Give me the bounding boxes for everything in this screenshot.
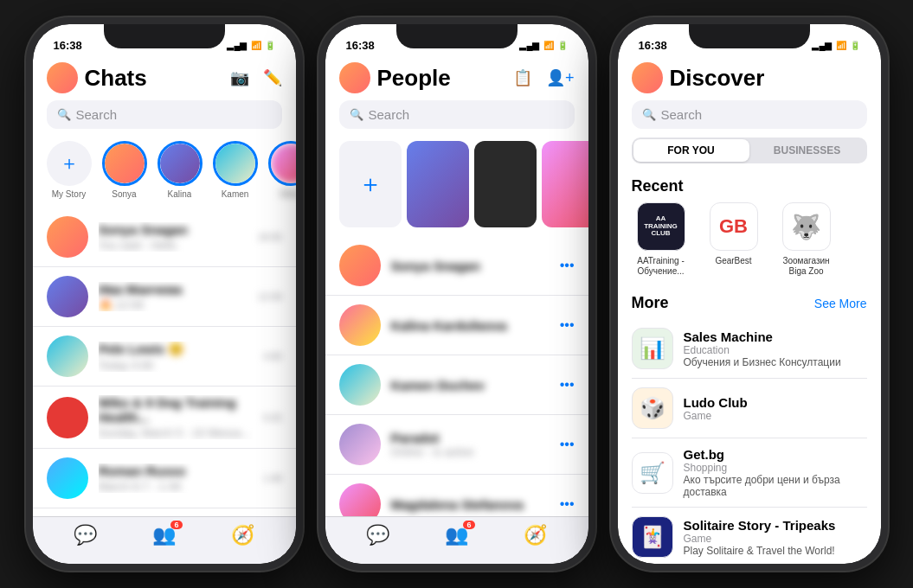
recent-item-gb[interactable]: GB GearBest: [704, 202, 763, 277]
aa-logo-text: AATRAININGCLUB: [642, 214, 679, 240]
people-action-5[interactable]: •••: [560, 496, 575, 512]
chat-item-6[interactable]: Liberty Live School Making Tag... 7:51: [33, 508, 296, 516]
status-bar-1: 16:38 ▂▄▆ 📶 🔋: [33, 24, 296, 59]
recent-item-zoo[interactable]: 🐺 Зоомагазин Biga Zoo: [777, 202, 836, 277]
chat-tab-icon: 💬: [74, 524, 97, 546]
chat-time-1: 18:05: [258, 232, 282, 242]
people-item-5[interactable]: Magdalena Stefanova •••: [325, 475, 588, 516]
people-story-2[interactable]: [474, 141, 537, 227]
add-person-icon[interactable]: 👤+: [546, 68, 575, 87]
chat-name-1: Sonya Snagan: [99, 222, 248, 237]
chat-item-3[interactable]: Pele Lewis 😊 Today 4:00 4:00: [33, 327, 296, 387]
chat-info-4: Wiko & 9 Dog Training Health... Sunday, …: [99, 395, 254, 439]
people-item-2[interactable]: Kalina Karduliкova •••: [325, 296, 588, 355]
story-item-2[interactable]: Kalina: [158, 141, 203, 199]
chat-info-1: Sonya Snagan You said - Hello: [99, 222, 248, 252]
more-section-header: More See More: [618, 291, 881, 319]
chat-preview-5: March 6-7 - 1:49: [99, 480, 254, 493]
more-cat-ludo: Game: [684, 410, 867, 422]
more-name-sol: Solitaire Story - Tripeaks: [684, 518, 867, 533]
add-people-story[interactable]: ＋: [339, 141, 402, 227]
contacts-icon[interactable]: 📋: [513, 68, 532, 87]
tab-businesses[interactable]: BUSINESSES: [749, 139, 865, 162]
recent-name-aa: AATraining - Обучение...: [632, 256, 691, 277]
more-logo-ludo: 🎲: [632, 387, 673, 429]
chats-search-bar[interactable]: 🔍 Search: [47, 100, 282, 129]
more-section: 📊 Sales Machine Education Обучения и Биз…: [618, 319, 881, 564]
people-item-1[interactable]: Sonya Snagan •••: [325, 236, 588, 296]
see-more-button[interactable]: See More: [814, 297, 867, 310]
story-avatar-4: [268, 141, 296, 186]
people-info-3: Kamen Duchev: [391, 378, 550, 393]
chat-item-4[interactable]: Wiko & 9 Dog Training Health... Sunday, …: [33, 387, 296, 449]
add-story-item[interactable]: ＋ My Story: [47, 141, 92, 199]
tab-people-1[interactable]: 👥 6: [152, 524, 176, 546]
tab-chats-1[interactable]: 💬: [74, 524, 97, 546]
chat-preview-3: Today 4:00: [99, 359, 254, 372]
tab-chats-2[interactable]: 💬: [366, 524, 389, 546]
phone-discover: 16:38 ▂▄▆ 📶 🔋 Discover 🔍 Search FOR YOU: [611, 17, 888, 571]
compose-icon[interactable]: ✏️: [263, 68, 282, 87]
chat-preview-1: You said - Hello: [99, 239, 248, 252]
story-item-3[interactable]: Kamen: [213, 141, 258, 199]
user-avatar-1[interactable]: [47, 62, 78, 93]
chat-item-1[interactable]: Sonya Snagan You said - Hello 18:05: [33, 208, 296, 267]
people-item-4[interactable]: Paradot Online - is active •••: [325, 415, 588, 475]
recent-row: AATRAININGCLUB AATraining - Обучение... …: [618, 202, 881, 291]
user-avatar-3[interactable]: [632, 62, 663, 93]
discover-tab-icon-2: 🧭: [524, 524, 547, 546]
people-avatar-5: [339, 483, 381, 516]
status-bar-2: 16:38 ▂▄▆ 📶 🔋: [325, 24, 588, 59]
more-item-get[interactable]: 🛒 Get.bg Shopping Ако търсите добри цени…: [632, 438, 867, 508]
more-item-sol[interactable]: 🃏 Solitaire Story - Tripeaks Game Play S…: [632, 508, 867, 564]
people-item-3[interactable]: Kamen Duchev •••: [325, 355, 588, 415]
more-info-get: Get.bg Shopping Ако търсите добри цени и…: [684, 447, 867, 498]
chat-meta-4: 9:25: [263, 412, 281, 423]
more-cat-sm: Education: [684, 344, 867, 356]
more-item-ludo[interactable]: 🎲 Ludo Club Game: [632, 379, 867, 438]
people-action-1[interactable]: •••: [560, 258, 575, 273]
more-info-sm: Sales Machine Education Обучения и Бизне…: [684, 329, 867, 368]
tab-discover-1[interactable]: 🧭: [231, 524, 254, 546]
chat-item-5[interactable]: Roman Russo March 6-7 - 1:49 1:49: [33, 449, 296, 508]
search-placeholder-1: Search: [76, 107, 118, 122]
discover-search-bar[interactable]: 🔍 Search: [632, 100, 867, 129]
user-avatar-2[interactable]: [339, 62, 370, 93]
story-item-1[interactable]: Sonya: [102, 141, 147, 199]
story-avatar-2: [158, 141, 203, 186]
sm-logo-icon: 📊: [640, 336, 665, 361]
tab-for-you[interactable]: FOR YOU: [633, 139, 749, 162]
chat-meta-5: 1:49: [263, 473, 281, 483]
people-list: Sonya Snagan ••• Kalina Karduliкova ••• …: [325, 236, 588, 516]
more-item-sm[interactable]: 📊 Sales Machine Education Обучения и Биз…: [632, 319, 867, 379]
chats-title: Chats: [85, 65, 223, 92]
tab-discover-2[interactable]: 🧭: [524, 524, 547, 546]
status-time-1: 16:38: [54, 39, 82, 52]
more-desc-get: Ако търсите добри цени и бърза доставка: [684, 474, 867, 498]
people-badge-1: 6: [170, 521, 183, 529]
add-story-avatar: ＋: [47, 141, 92, 186]
tab-bar-2: 💬 👥 6 🧭: [325, 516, 588, 564]
chat-item-2[interactable]: Ива Манчева 🔥 12:09 12:09: [33, 267, 296, 327]
tab-people-2[interactable]: 👥 6: [445, 524, 468, 546]
story-item-4[interactable]: Other: [268, 141, 296, 199]
people-action-2[interactable]: •••: [560, 317, 575, 333]
chat-avatar-5: [47, 457, 88, 499]
camera-icon[interactable]: 📷: [230, 68, 249, 87]
recent-item-aa[interactable]: AATRAININGCLUB AATraining - Обучение...: [632, 202, 691, 277]
story-avatar-3: [213, 141, 258, 186]
chat-info-5: Roman Russo March 6-7 - 1:49: [99, 463, 254, 493]
status-icons-2: ▂▄▆ 📶 🔋: [519, 41, 567, 50]
chat-time-3: 4:00: [263, 351, 281, 361]
search-placeholder-3: Search: [661, 107, 703, 122]
stories-row: ＋ My Story Sonya Kalina: [33, 137, 296, 208]
people-action-4[interactable]: •••: [560, 437, 575, 452]
people-story-3[interactable]: [542, 141, 588, 227]
more-desc-sol: Play Solitaire & Travel the World!: [684, 545, 867, 557]
people-action-3[interactable]: •••: [560, 377, 575, 393]
discover-tab-icon: 🧭: [231, 524, 254, 546]
get-logo-icon: 🛒: [640, 461, 665, 485]
people-story-1[interactable]: [407, 141, 469, 227]
recent-title: Recent: [632, 177, 684, 195]
people-search-bar[interactable]: 🔍 Search: [339, 100, 575, 129]
